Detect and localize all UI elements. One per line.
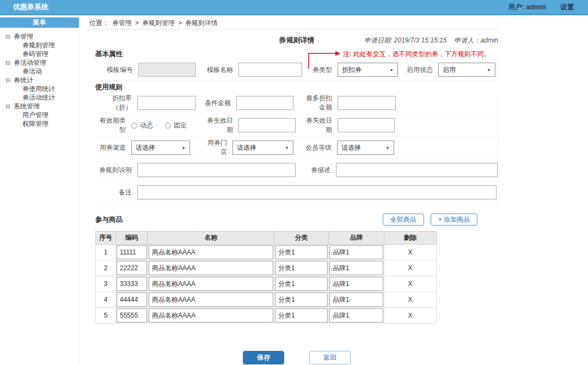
coupon-desc-label: 券描述 — [306, 166, 336, 175]
sidebar-group-label: 券活动管理 — [14, 58, 46, 67]
sidebar-item-user-mgmt[interactable]: 用户管理 — [0, 111, 79, 119]
remark-input[interactable] — [137, 185, 497, 199]
status-select[interactable]: 启用 ▼ — [438, 63, 495, 77]
sidebar-group-statistics[interactable]: ⊟ 券统计 — [0, 76, 79, 84]
template-no-input — [138, 63, 196, 77]
sidebar-group-label: 系统管理 — [14, 102, 40, 111]
cell-brand: 品牌1 — [329, 277, 383, 291]
delete-row-button[interactable]: X — [384, 276, 437, 292]
section-usage-rules: 使用规则 — [95, 82, 498, 92]
sidebar-item-coupon-rule-mgmt[interactable]: 券规则管理 — [0, 41, 79, 50]
cell-no: 4 — [96, 292, 116, 308]
coupon-desc-input[interactable] — [336, 163, 498, 177]
dropdown-arrow-icon: ▼ — [487, 68, 491, 72]
rule-desc-input[interactable] — [137, 163, 296, 177]
dropdown-arrow-icon: ▼ — [285, 145, 289, 150]
sidebar-item-coupon-activity[interactable]: 券活动 — [0, 67, 79, 76]
breadcrumb-item-coupon-mgmt[interactable]: 券管理 — [112, 16, 132, 29]
table-row: 5 55555 商品名称AAAA 分类1 品牌1 X — [96, 308, 437, 324]
dropdown-arrow-icon: ▼ — [181, 145, 186, 150]
coupon-type-value: 折扣券 — [342, 65, 362, 75]
discount-rate-label: 折扣率（折） — [95, 94, 137, 112]
cell-code: 22222 — [117, 261, 147, 275]
store-select[interactable]: 请选择 ▼ — [232, 141, 293, 155]
col-header-brand: 品牌 — [329, 232, 384, 245]
table-row: 1 11111 商品名称AAAA 分类1 品牌1 X — [96, 245, 437, 260]
table-row: 2 22222 商品名称AAAA 分类1 品牌1 X — [96, 260, 437, 276]
cell-code: 33333 — [117, 277, 147, 291]
validity-type-label: 有效期类型 — [95, 116, 131, 135]
cell-no: 2 — [96, 260, 116, 276]
radio-label-fixed: 固定 — [174, 121, 187, 130]
cell-brand: 品牌1 — [329, 245, 383, 259]
sidebar-item-coupon-code-mgmt[interactable]: 券码管理 — [0, 50, 79, 58]
col-header-no: 序号 — [96, 232, 116, 245]
coupon-type-select[interactable]: 折扣券 ▼ — [338, 63, 398, 77]
radio-icon[interactable] — [165, 123, 171, 129]
sidebar-group-label: 券统计 — [14, 76, 33, 84]
cell-code: 55555 — [117, 308, 147, 323]
member-level-label: 会员等级 — [303, 143, 337, 153]
form-actions: 保存 返回 — [95, 351, 498, 364]
section-products: 参与商品 — [95, 215, 122, 224]
sidebar-item-permission-mgmt[interactable]: 权限管理 — [0, 119, 79, 128]
expire-date-input[interactable] — [338, 118, 395, 132]
cell-name: 商品名称AAAA — [149, 261, 273, 275]
form-row-channels: 用券渠道 请选择 ▼ 用券门店 请选择 ▼ 会员等级 请选择 ▼ — [95, 137, 498, 159]
radio-option-dynamic[interactable]: 动态 — [131, 121, 153, 130]
collapse-icon[interactable]: ⊟ — [5, 32, 14, 41]
collapse-icon[interactable]: ⊟ — [5, 58, 14, 67]
title-row: 券规则详情 申请日期: 2019/7/3 15:15:15 申请人：admin — [95, 34, 498, 47]
radio-option-fixed[interactable]: 固定 — [165, 121, 187, 130]
settings-link[interactable]: 设置 — [560, 3, 574, 12]
template-name-input[interactable] — [238, 63, 302, 77]
breadcrumb-item-rule-mgmt[interactable]: 券规则管理 — [142, 16, 175, 29]
radio-icon[interactable] — [131, 123, 137, 129]
cell-name: 商品名称AAAA — [149, 293, 273, 307]
cell-code: 44444 — [117, 293, 147, 307]
sidebar-group-system-mgmt[interactable]: ⊟ 系统管理 — [0, 102, 79, 111]
sidebar-item-coupon-activity-stats[interactable]: 券活动统计 — [0, 93, 79, 102]
max-discount-label: 最多折扣金额 — [301, 94, 338, 112]
dropdown-arrow-icon: ▼ — [389, 68, 394, 72]
note-arrow-icon — [304, 49, 343, 71]
member-level-value: 请选择 — [341, 143, 361, 153]
all-products-button[interactable]: 全部商品 — [383, 214, 424, 226]
delete-row-button[interactable]: X — [384, 308, 437, 324]
products-bar: 参与商品 全部商品 + 添加商品 — [95, 212, 498, 227]
sidebar-item-coupon-usage-stats[interactable]: 券使用统计 — [0, 84, 79, 93]
delete-row-button[interactable]: X — [384, 245, 437, 260]
status-label: 启用状态 — [407, 65, 438, 75]
table-row: 4 44444 商品名称AAAA 分类1 品牌1 X — [96, 292, 437, 308]
user-label: 用户: admin — [509, 3, 546, 12]
cell-category: 分类1 — [275, 261, 328, 275]
back-button[interactable]: 返回 — [309, 351, 351, 364]
add-product-button[interactable]: + 添加商品 — [431, 214, 477, 226]
topbar: 优惠券系统 用户: admin 设置 — [0, 0, 588, 15]
table-header-row: 序号 编码 名称 分类 品牌 删除 — [96, 232, 437, 245]
channel-select[interactable]: 请选择 ▼ — [131, 141, 190, 155]
discount-rate-input[interactable] — [137, 96, 195, 110]
rule-desc-label: 券规则说明 — [95, 166, 137, 175]
max-discount-input[interactable] — [338, 96, 396, 110]
breadcrumb-prefix: 位置： — [89, 16, 109, 29]
cell-brand: 品牌1 — [329, 308, 383, 323]
delete-row-button[interactable]: X — [384, 260, 437, 276]
member-level-select[interactable]: 请选择 ▼ — [337, 141, 394, 155]
sidebar-group-coupon-mgmt[interactable]: ⊟ 券管理 — [0, 32, 79, 41]
collapse-icon[interactable]: ⊟ — [5, 76, 14, 84]
validity-type-radio-group: 动态 固定 — [131, 121, 194, 130]
collapse-icon[interactable]: ⊟ — [5, 102, 14, 111]
channel-value: 请选择 — [136, 143, 155, 153]
condition-amount-input[interactable] — [236, 96, 293, 110]
sidebar-group-activity-mgmt[interactable]: ⊟ 券活动管理 — [0, 58, 79, 67]
effective-date-input[interactable] — [238, 118, 296, 132]
apply-meta: 申请日期: 2019/7/3 15:15:15 申请人：admin — [364, 34, 498, 47]
cell-name: 商品名称AAAA — [149, 245, 273, 259]
delete-row-button[interactable]: X — [384, 292, 437, 308]
products-table: 序号 编码 名称 分类 品牌 删除 1 11111 商品名称AAAA 分类1 品 — [95, 231, 437, 324]
save-button[interactable]: 保存 — [243, 351, 284, 364]
apply-user: 申请人：admin — [454, 34, 498, 47]
template-name-label: 模板名称 — [205, 65, 238, 75]
breadcrumb-separator: > — [135, 16, 139, 29]
